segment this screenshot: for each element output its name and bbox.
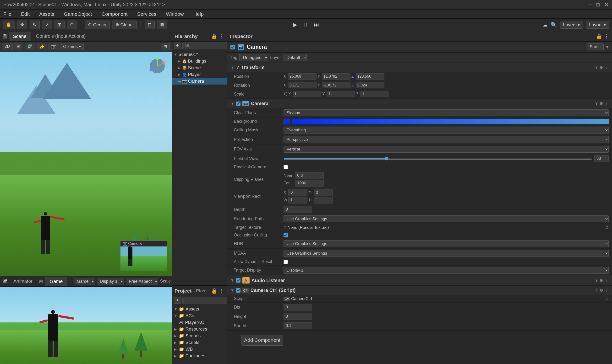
play-button[interactable]: ▶ bbox=[291, 21, 299, 29]
scale-z[interactable] bbox=[361, 91, 389, 97]
maximize-button[interactable]: □ bbox=[597, 2, 599, 8]
cameractrl-menu-icon[interactable]: ⋮ bbox=[605, 288, 609, 293]
hierarchy-menu-icon[interactable]: ⋮ bbox=[219, 33, 224, 39]
scene-lighting-btn[interactable]: ☀ bbox=[14, 43, 23, 50]
static-chevron-icon[interactable]: ▾ bbox=[606, 44, 609, 50]
menu-assets[interactable]: Assets bbox=[38, 10, 56, 18]
global-toggle[interactable]: ⊗ Global bbox=[112, 21, 136, 29]
viewport-y[interactable] bbox=[314, 189, 333, 196]
add-component-button[interactable]: Add Component bbox=[242, 335, 283, 346]
renderpath-select[interactable]: Use Graphics Settings bbox=[284, 215, 609, 222]
hierarchy-camera[interactable]: — 📷 Camera bbox=[172, 78, 227, 85]
background-color-swatch[interactable] bbox=[284, 119, 290, 124]
inspector-scroll[interactable]: 📷 Camera Static ▾ Tag Untagged Layer Def… bbox=[227, 41, 612, 364]
hdr-select[interactable]: Use Graphics Settings bbox=[284, 240, 609, 247]
audiolistener-header[interactable]: ▼ 🔊 Audio Listener ? ⚙ ⋮ bbox=[227, 275, 612, 286]
object-name[interactable]: Camera bbox=[247, 44, 584, 50]
tab-controls[interactable]: Controls (Input Actions) bbox=[32, 32, 90, 40]
hierarchy-scene-obj[interactable]: ▶ 📦 Scene bbox=[172, 65, 227, 71]
tab-scene[interactable]: Scene bbox=[9, 32, 31, 41]
scale-link-icon[interactable]: ⛓ bbox=[284, 92, 287, 96]
cameractrl-settings-icon[interactable]: ⚙ bbox=[599, 288, 603, 293]
viewport-x[interactable] bbox=[288, 189, 307, 196]
dis-input[interactable] bbox=[284, 304, 312, 311]
grid-btn[interactable]: ⊟ bbox=[145, 21, 155, 29]
hand-tool[interactable]: ✋ bbox=[3, 21, 15, 29]
physicalcamera-checkbox[interactable] bbox=[284, 165, 288, 169]
camera-help-icon[interactable]: ? bbox=[595, 101, 598, 106]
layout-button[interactable]: Layout ▾ bbox=[586, 21, 609, 29]
near-input[interactable] bbox=[295, 172, 324, 179]
fov-slider[interactable] bbox=[284, 157, 592, 160]
menu-edit[interactable]: Edit bbox=[20, 10, 31, 18]
far-input[interactable] bbox=[295, 180, 324, 187]
hierarchy-buildings[interactable]: ▶ 🏠 Buildings bbox=[172, 58, 227, 65]
tab-game[interactable]: Game bbox=[45, 277, 67, 286]
camera-settings-icon[interactable]: ⚙ bbox=[599, 101, 603, 106]
collab-icon[interactable]: ☁ bbox=[543, 22, 548, 28]
audiolistener-help-icon[interactable]: ? bbox=[595, 278, 598, 283]
game-display-select[interactable]: Game bbox=[74, 278, 95, 285]
scale-y[interactable] bbox=[326, 91, 355, 97]
snap-btn[interactable]: ⊠ bbox=[157, 21, 167, 29]
hierarchy-scene[interactable]: ▼ Scene01* bbox=[172, 51, 227, 58]
rotation-y[interactable] bbox=[322, 82, 351, 88]
position-y[interactable] bbox=[322, 73, 351, 79]
rect-tool[interactable]: ⊞ bbox=[54, 21, 65, 29]
scale-tool[interactable]: ⤢ bbox=[42, 21, 52, 29]
project-scripts[interactable]: ▶ 📁 Scripts bbox=[172, 339, 227, 346]
speed-input[interactable] bbox=[284, 323, 312, 329]
add-project-btn[interactable]: + bbox=[174, 297, 181, 304]
center-toggle[interactable]: ⊕ Center bbox=[85, 21, 110, 29]
move-tool[interactable]: ✥ bbox=[17, 21, 27, 29]
audiolistener-enabled-checkbox[interactable] bbox=[236, 278, 241, 283]
menu-gameobject[interactable]: GameObject bbox=[62, 10, 94, 18]
inspector-lock-icon[interactable]: 🔒 bbox=[596, 33, 602, 39]
add-hierarchy-btn[interactable]: + bbox=[174, 42, 181, 49]
search-icon[interactable]: 🔍 bbox=[551, 22, 557, 28]
scene-fx-btn[interactable]: ✨ bbox=[37, 43, 47, 50]
targettex-browse-icon[interactable]: ⊙ bbox=[606, 225, 609, 230]
object-active-checkbox[interactable] bbox=[231, 45, 235, 50]
height-input[interactable] bbox=[284, 313, 312, 320]
cameractrl-header[interactable]: ▼ C# Camera Ctrl (Script) ? ⚙ ⋮ bbox=[227, 286, 612, 295]
menu-component[interactable]: Component bbox=[100, 10, 129, 18]
camera-enabled-checkbox[interactable] bbox=[236, 102, 241, 106]
audiolistener-settings-icon[interactable]: ⚙ bbox=[599, 278, 603, 283]
rotation-z[interactable] bbox=[356, 82, 384, 88]
background-gradient[interactable] bbox=[292, 119, 609, 124]
transform-help-icon[interactable]: ? bbox=[595, 65, 598, 70]
cameractrl-enabled-checkbox[interactable] bbox=[236, 288, 241, 293]
depth-input[interactable] bbox=[284, 206, 312, 213]
dynamicres-checkbox[interactable] bbox=[284, 260, 288, 264]
msaa-select[interactable]: Use Graphics Settings bbox=[284, 250, 609, 257]
project-resources[interactable]: ▶ 📁 Resources bbox=[172, 326, 227, 332]
position-x[interactable] bbox=[288, 73, 316, 79]
menu-window[interactable]: Window bbox=[164, 10, 185, 18]
scale-x[interactable] bbox=[293, 91, 321, 97]
project-playerac[interactable]: — 🎮 PlayerAC bbox=[172, 319, 227, 326]
aspect-select[interactable]: Free Aspect bbox=[126, 278, 158, 285]
scene-2d-btn[interactable]: 2D bbox=[2, 43, 13, 50]
game-viewport[interactable] bbox=[0, 287, 172, 364]
audiolistener-menu-icon[interactable]: ⋮ bbox=[605, 278, 609, 283]
viewport-h[interactable] bbox=[314, 197, 333, 204]
transform-menu-icon[interactable]: ⋮ bbox=[605, 65, 609, 70]
project-scenes[interactable]: ▶ 📁 Scenes bbox=[172, 332, 227, 339]
project-acs[interactable]: ▼ 📁 ACs bbox=[172, 312, 227, 319]
layer-select[interactable]: Default bbox=[283, 54, 307, 61]
hierarchy-player[interactable]: ▶ 👤 Player bbox=[172, 71, 227, 78]
menu-services[interactable]: Services bbox=[136, 10, 158, 18]
scene-panel-menu[interactable]: ⋮ bbox=[165, 34, 169, 39]
camera-menu-icon[interactable]: ⋮ bbox=[605, 101, 609, 106]
project-lock-icon[interactable]: 🔒 bbox=[211, 288, 217, 294]
transform-settings-icon[interactable]: ⚙ bbox=[599, 65, 603, 70]
layers-button[interactable]: Layers ▾ bbox=[560, 21, 583, 29]
project-wb[interactable]: ▶ 📁 WB bbox=[172, 346, 227, 352]
fovaxis-select[interactable]: Vertical bbox=[284, 146, 609, 153]
project-assets[interactable]: ▼ 📁 Assets bbox=[172, 306, 227, 312]
menu-help[interactable]: Help bbox=[192, 10, 205, 18]
viewport-w[interactable] bbox=[288, 197, 307, 204]
clearflags-select[interactable]: Skybox bbox=[284, 109, 609, 116]
fov-input[interactable] bbox=[594, 155, 609, 162]
